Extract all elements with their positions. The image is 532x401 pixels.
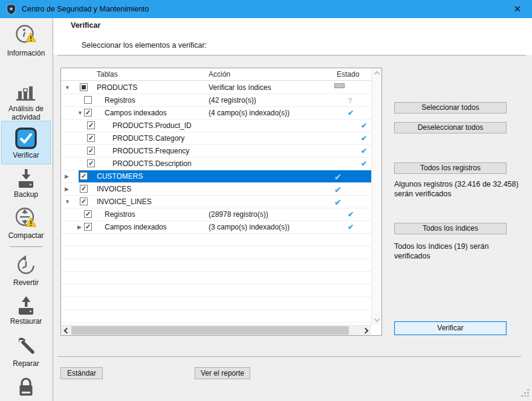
table-row[interactable]: ▶✓INVOICES✔ <box>61 183 371 196</box>
row-checkbox[interactable]: ✓ <box>84 210 92 218</box>
deselect-all-button[interactable]: Deseleccionar todos <box>394 122 507 133</box>
empty-row <box>61 272 371 284</box>
row-checkbox[interactable]: ✓ <box>80 172 88 180</box>
sidebar-label-backup: Backup <box>1 191 51 199</box>
scroll-left-icon[interactable] <box>64 328 70 334</box>
collapse-icon[interactable]: ▼ <box>65 199 70 205</box>
empty-row <box>61 246 371 259</box>
row-checkbox[interactable]: ✓ <box>87 134 95 142</box>
empty-row <box>61 284 371 297</box>
sidebar-item-reparar[interactable]: Reparar <box>1 335 51 368</box>
expand-icon[interactable]: ▶ <box>77 224 82 230</box>
empty-row <box>61 297 371 310</box>
status-check-icon: ✔ <box>361 159 367 168</box>
status-partial-icon <box>334 83 345 88</box>
info-warning-icon <box>13 23 39 48</box>
row-label: PRODUCTS <box>97 83 137 92</box>
row-checkbox[interactable]: ✓ <box>84 223 92 231</box>
bar-chart-icon <box>14 83 38 104</box>
view-report-button[interactable]: Ver el reporte <box>195 367 250 379</box>
window-title: Centro de Seguridad y Mantenimiento <box>22 5 149 13</box>
table-row[interactable]: ▶✓CUSTOMERS✔ <box>61 170 371 183</box>
column-header-tablas: Tablas <box>97 70 118 79</box>
horizontal-scroll-thumb[interactable] <box>71 326 349 335</box>
status-check-icon: ✔ <box>361 121 367 130</box>
table-row[interactable]: ✓PRODUCTS.Product_ID✔ <box>61 120 371 132</box>
row-action: (42 registro(s)) <box>209 96 256 104</box>
sidebar-label-reparar: Reparar <box>1 360 51 368</box>
expand-icon[interactable]: ▶ <box>65 173 69 179</box>
header-separator <box>57 55 526 56</box>
sidebar-item-informacion[interactable]: Información <box>1 23 51 58</box>
sidebar-label-revertir: Revertir <box>1 279 51 287</box>
empty-row <box>61 234 371 246</box>
row-checkbox[interactable]: ✓ <box>87 121 95 129</box>
table-row[interactable]: ✓PRODUCTS.Category✔ <box>61 132 371 145</box>
sidebar-item-restaurar[interactable]: Restaurar <box>1 294 51 326</box>
row-label: PRODUCTS.Frequency <box>112 147 189 155</box>
table-row[interactable]: ✓Registros(28978 registro(s))✔ <box>61 208 371 221</box>
row-checkbox[interactable]: ✓ <box>87 147 95 155</box>
table-row[interactable]: ▼PRODUCTSVerificar los índices <box>61 82 371 94</box>
row-label: Registros <box>105 96 135 104</box>
indexes-info-text: Todos los índices (19) serán verificados <box>394 242 521 261</box>
sidebar-item-encriptar[interactable]: Encriptar <box>1 376 51 401</box>
expand-icon[interactable]: ▶ <box>65 186 69 192</box>
table-row[interactable]: ▼✓INVOICE_LINES✔ <box>61 196 371 208</box>
sidebar-item-verificar[interactable]: Verificar <box>1 121 51 164</box>
all-indexes-button[interactable]: Todos los índices <box>394 223 507 234</box>
resize-grip[interactable] <box>521 388 529 397</box>
close-icon[interactable]: ✕ <box>510 2 525 16</box>
sidebar-item-compactar[interactable]: Compactar <box>1 205 51 240</box>
status-check-icon: ✔ <box>361 134 367 143</box>
sidebar-label-restaurar: Restaurar <box>1 318 51 326</box>
row-label: PRODUCTS.Description <box>112 159 192 168</box>
sidebar-item-backup[interactable]: Backup <box>1 168 51 199</box>
table-row[interactable]: ▶✓Campos indexados(3 campo(s) indexado(s… <box>61 221 371 234</box>
table-row[interactable]: ✓PRODUCTS.Frequency✔ <box>61 145 371 158</box>
security-center-window: Centro de Seguridad y Mantenimiento ✕ In… <box>0 0 532 401</box>
column-header-accion: Acción <box>209 70 230 79</box>
row-label: Registros <box>105 210 135 219</box>
select-all-button[interactable]: Seleccionar todos <box>394 102 507 114</box>
row-label: PRODUCTS.Category <box>112 134 184 143</box>
status-check-icon: ✔ <box>348 223 354 231</box>
row-checkbox[interactable]: ✓ <box>80 185 88 193</box>
scroll-right-icon[interactable] <box>363 328 369 334</box>
row-checkbox[interactable]: ✓ <box>84 109 92 117</box>
table-header: Tablas Acción Estado <box>61 68 381 81</box>
verify-button[interactable]: Verificar <box>394 321 507 335</box>
all-records-button[interactable]: Todos los registros <box>394 162 507 174</box>
revert-clock-icon <box>14 254 38 278</box>
footer-separator <box>57 356 521 357</box>
vertical-scrollbar[interactable] <box>371 68 381 325</box>
scroll-down-icon[interactable] <box>374 316 380 322</box>
sidebar-item-revertir[interactable]: Revertir <box>1 254 51 287</box>
row-label: CUSTOMERS <box>97 172 143 181</box>
collapse-icon[interactable]: ▼ <box>77 110 83 116</box>
status-check-icon: ✔ <box>334 172 342 182</box>
standard-button[interactable]: Estándar <box>60 367 103 379</box>
sidebar-item-analisis[interactable]: Análisis de actividad <box>1 83 51 122</box>
row-checkbox[interactable]: ✓ <box>80 197 88 205</box>
row-label: Campos indexados <box>105 109 167 117</box>
row-checkbox[interactable] <box>80 83 88 91</box>
records-info-text: Algunos registros (32.416 de 32.458) ser… <box>394 179 521 199</box>
table-row[interactable]: ✓PRODUCTS.Description✔ <box>61 158 371 170</box>
collapse-icon[interactable]: ▼ <box>65 85 70 91</box>
title-bar: Centro de Seguridad y Mantenimiento ✕ <box>0 0 532 18</box>
horizontal-scrollbar[interactable] <box>61 325 371 335</box>
sidebar-divider <box>10 246 42 247</box>
table-row[interactable]: ▼✓Campos indexados(4 campo(s) indexado(s… <box>61 107 371 120</box>
row-label: INVOICE_LINES <box>97 197 152 206</box>
row-checkbox[interactable]: ✓ <box>87 159 95 167</box>
content-panel: Verificar Seleccionar los elementos a ve… <box>53 18 532 401</box>
status-check-icon: ✔ <box>361 147 367 155</box>
status-check-icon: ✔ <box>334 185 342 194</box>
scroll-up-icon[interactable] <box>374 71 380 77</box>
row-checkbox[interactable] <box>84 96 92 104</box>
status-check-icon: ✔ <box>348 109 354 117</box>
table-row[interactable]: Registros(42 registro(s))? <box>61 94 371 107</box>
sidebar-label-compactar: Compactar <box>1 232 51 240</box>
restore-icon <box>14 294 38 316</box>
